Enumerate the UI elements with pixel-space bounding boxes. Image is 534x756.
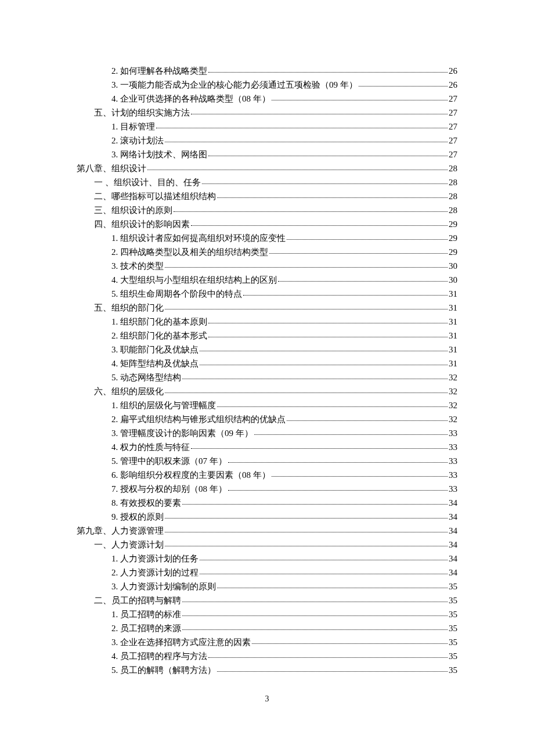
toc-leader-dots <box>182 629 448 630</box>
toc-entry-page: 30 <box>449 273 457 287</box>
toc-entry-text: 4. 权力的性质与特征 <box>111 440 190 454</box>
toc-entry-page: 32 <box>449 384 457 398</box>
toc-entry: 五、组织的部门化31 <box>77 301 457 315</box>
toc-entry-page: 27 <box>449 134 457 147</box>
toc-entry-page: 28 <box>449 175 457 189</box>
toc-entry-text: 三、组织设计的原则 <box>94 203 172 217</box>
toc-entry: 6. 影响组织分权程度的主要因素（08 年）33 <box>77 468 457 482</box>
toc-entry-page: 35 <box>449 593 457 607</box>
toc-entry-text: 二、哪些指标可以描述组织结构 <box>94 189 216 203</box>
toc-entry-text: 6. 影响组织分权程度的主要因素（08 年） <box>111 468 270 482</box>
toc-leader-dots <box>191 448 448 449</box>
toc-leader-dots <box>287 420 448 421</box>
toc-entry-page: 27 <box>449 147 457 161</box>
toc-entry-page: 35 <box>449 635 457 649</box>
toc-entry-page: 31 <box>449 287 457 301</box>
toc-entry-page: 29 <box>449 231 457 245</box>
toc-entry-text: 9. 授权的原则 <box>111 510 164 524</box>
toc-entry-text: 4. 员工招聘的程序与方法 <box>111 649 207 663</box>
toc-leader-dots <box>165 531 448 532</box>
toc-entry-page: 33 <box>449 482 457 496</box>
toc-entry-text: 五、组织的部门化 <box>94 301 164 315</box>
toc-entry-page: 34 <box>449 538 457 552</box>
toc-entry-text: 4. 企业可供选择的各种战略类型（08 年） <box>111 92 270 106</box>
toc-entry: 3. 技术的类型30 <box>77 259 457 273</box>
toc-entry: 3. 职能部门化及优缺点31 <box>77 343 457 357</box>
toc-entry: 五、计划的组织实施方法27 <box>77 106 457 120</box>
toc-entry-page: 27 <box>449 106 457 120</box>
toc-entry-text: 5. 员工的解聘（解聘方法） <box>111 663 216 677</box>
toc-entry-text: 六、组织的层级化 <box>94 384 164 398</box>
toc-leader-dots <box>191 225 448 226</box>
toc-entry: 一、人力资源计划34 <box>77 538 457 552</box>
toc-entry-text: 2. 扁平式组织结构与锥形式组织结构的优缺点 <box>111 412 286 426</box>
toc-entry: 3. 人力资源计划编制的原则35 <box>77 579 457 593</box>
toc-entry-page: 31 <box>449 343 457 357</box>
toc-entry-text: 1. 组织部门化的基本原则 <box>111 315 207 329</box>
toc-entry-page: 31 <box>449 315 457 329</box>
toc-entry: 5. 动态网络型结构32 <box>77 370 457 384</box>
toc-entry-text: 5. 管理中的职权来源（07 年） <box>111 454 227 468</box>
toc-leader-dots <box>165 545 448 546</box>
toc-entry-text: 1. 组织设计者应如何提高组织对环境的应变性 <box>111 231 286 245</box>
toc-entry: 3. 一项能力能否成为企业的核心能力必须通过五项检验（09 年）26 <box>77 78 457 92</box>
toc-entry-page: 31 <box>449 357 457 370</box>
toc-entry: 2. 扁平式组织结构与锥形式组织结构的优缺点32 <box>77 412 457 426</box>
toc-leader-dots <box>278 280 448 282</box>
toc-entry-text: 1. 员工招聘的标准 <box>111 607 181 621</box>
toc-leader-dots <box>243 294 448 296</box>
toc-entry-page: 28 <box>449 203 457 217</box>
toc-entry-page: 34 <box>449 510 457 524</box>
toc-entry-text: 3. 企业在选择招聘方式应注意的因素 <box>111 635 251 649</box>
toc-entry-text: 5. 动态网络型结构 <box>111 370 181 384</box>
toc-entry-page: 34 <box>449 552 457 566</box>
page-number: 3 <box>0 694 534 704</box>
toc-entry-page: 34 <box>449 524 457 538</box>
toc-leader-dots <box>272 476 448 477</box>
toc-entry-page: 31 <box>449 329 457 343</box>
toc-entry-text: 四、组织设计的影响因素 <box>94 217 190 231</box>
toc-entry-text: 1. 组织的层级化与管理幅度 <box>111 398 216 412</box>
toc-entry-page: 28 <box>449 161 457 175</box>
toc-leader-dots <box>287 239 448 240</box>
toc-entry: 三、组织设计的原则28 <box>77 203 457 217</box>
toc-leader-dots <box>165 267 448 268</box>
toc-entry: 1. 目标管理27 <box>77 120 457 134</box>
toc-entry: 3. 网络计划技术、网络图27 <box>77 147 457 161</box>
toc-entry-page: 27 <box>449 92 457 106</box>
toc-entry: 2. 人力资源计划的过程34 <box>77 566 457 579</box>
toc-entry-text: 3. 职能部门化及优缺点 <box>111 343 199 357</box>
toc-leader-dots <box>147 169 448 170</box>
toc-entry-page: 35 <box>449 621 457 635</box>
toc-leader-dots <box>182 503 448 505</box>
toc-entry: 2. 四种战略类型以及相关的组织结构类型29 <box>77 245 457 259</box>
toc-leader-dots <box>254 434 448 435</box>
toc-page: 2. 如何理解各种战略类型263. 一项能力能否成为企业的核心能力必须通过五项检… <box>0 0 534 677</box>
toc-entry-text: 2. 组织部门化的基本形式 <box>111 329 207 343</box>
toc-leader-dots <box>200 364 448 365</box>
toc-entry: 2. 组织部门化的基本形式31 <box>77 329 457 343</box>
toc-leader-dots <box>156 127 448 128</box>
toc-entry: 9. 授权的原则34 <box>77 510 457 524</box>
toc-entry: 1. 人力资源计划的任务34 <box>77 552 457 566</box>
toc-entry-page: 33 <box>449 440 457 454</box>
toc-entry-text: 1. 人力资源计划的任务 <box>111 552 199 566</box>
toc-entry: 一 、组织设计、目的、任务28 <box>77 175 457 189</box>
toc-entry: 第九章、人力资源管理34 <box>77 524 457 538</box>
toc-entry: 4. 权力的性质与特征33 <box>77 440 457 454</box>
toc-entry-page: 33 <box>449 454 457 468</box>
toc-entry: 4. 大型组织与小型组织在组织结构上的区别30 <box>77 273 457 287</box>
toc-leader-dots <box>208 336 448 337</box>
toc-leader-dots <box>359 85 448 87</box>
toc-leader-dots <box>165 141 448 142</box>
toc-entry-text: 3. 管理幅度设计的影响因素（09 年） <box>111 426 253 440</box>
toc-entry-page: 35 <box>449 607 457 621</box>
toc-entry-text: 2. 滚动计划法 <box>111 134 164 147</box>
toc-entry-text: 3. 一项能力能否成为企业的核心能力必须通过五项检验（09 年） <box>111 78 358 92</box>
toc-entry: 5. 员工的解聘（解聘方法）35 <box>77 663 457 677</box>
toc-leader-dots <box>182 378 448 379</box>
toc-entry-text: 第八章、组织设计 <box>77 161 146 175</box>
toc-entry-text: 4. 大型组织与小型组织在组织结构上的区别 <box>111 273 277 287</box>
toc-entry-text: 5. 组织生命周期各个阶段中的特点 <box>111 287 242 301</box>
toc-entry-text: 1. 目标管理 <box>111 120 155 134</box>
